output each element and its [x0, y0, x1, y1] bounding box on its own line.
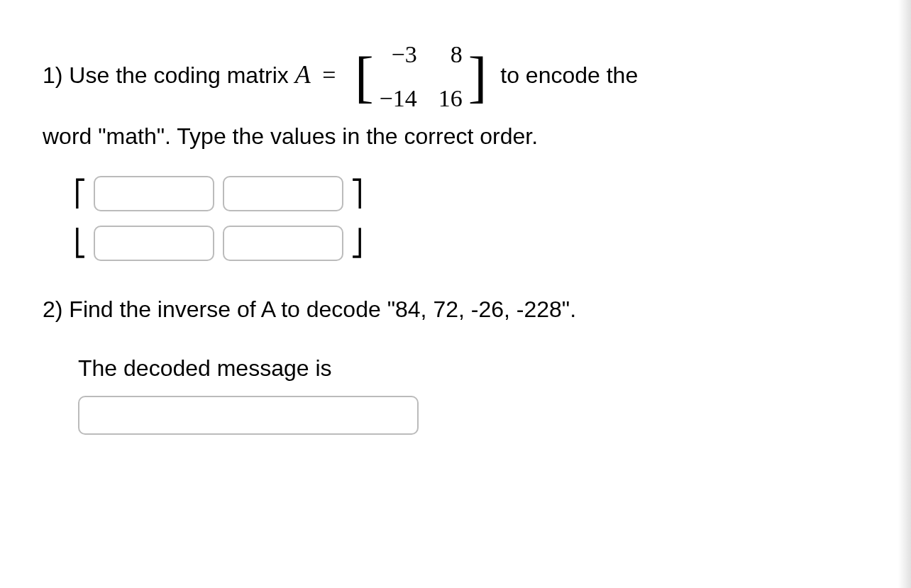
matrix-right-bracket-icon: ]	[468, 54, 487, 99]
coding-matrix: [ −3 8 −14 16 ]	[355, 35, 487, 118]
matrix-cell-10: −14	[380, 79, 417, 118]
equals-sign: =	[316, 62, 342, 88]
q1-mid: to encode the	[494, 62, 638, 88]
page-edge-shadow	[898, 0, 911, 588]
matrix-left-bracket-icon: [	[355, 54, 374, 99]
q2-label: The decoded message is	[78, 355, 332, 381]
q1-prefix: 1) Use the coding matrix	[43, 62, 295, 88]
question-1: 1) Use the coding matrix A = [ −3 8 −14 …	[43, 35, 868, 155]
answer-row-1: ⎡ ⎤	[71, 176, 868, 211]
matrix-cell-00: −3	[380, 35, 417, 74]
q2-text: 2) Find the inverse of A to decode "84, …	[43, 296, 576, 322]
matrix-cell-01: 8	[438, 35, 463, 74]
matrix-variable: A	[295, 60, 311, 89]
q1-line2: word "math". Type the values in the corr…	[43, 123, 538, 149]
decoded-message-input[interactable]	[78, 396, 419, 435]
answer-input-11[interactable]	[223, 226, 343, 261]
answer-row-2: ⎣ ⎦	[71, 226, 868, 261]
answer-matrix-inputs: ⎡ ⎤ ⎣ ⎦	[71, 176, 868, 261]
answer-input-10[interactable]	[94, 226, 214, 261]
matrix-cell-11: 16	[438, 79, 463, 118]
bracket-bottom-left-icon: ⎣	[74, 228, 87, 258]
bracket-top-right-icon: ⎤	[350, 179, 363, 209]
bracket-bottom-right-icon: ⎦	[350, 228, 363, 258]
bracket-top-left-icon: ⎡	[74, 179, 87, 209]
matrix-values: −3 8 −14 16	[380, 35, 463, 118]
answer-input-01[interactable]	[223, 176, 343, 211]
answer-input-00[interactable]	[94, 176, 214, 211]
question-2: 2) Find the inverse of A to decode "84, …	[43, 289, 868, 435]
q2-answer-area: The decoded message is	[78, 348, 868, 436]
